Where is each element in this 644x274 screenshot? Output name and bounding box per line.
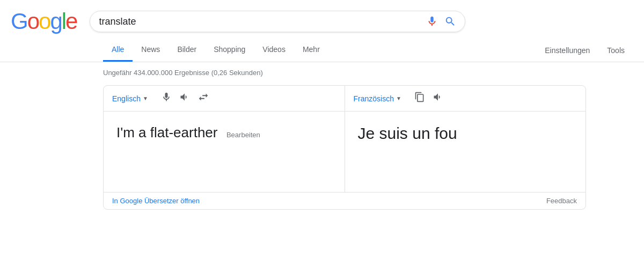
tab-shopping[interactable]: Shopping <box>205 39 254 62</box>
results-area: Ungefähr 434.000.000 Ergebnisse (0,26 Se… <box>0 62 644 210</box>
search-icon[interactable] <box>444 16 456 27</box>
tab-bilder[interactable]: Bilder <box>169 39 205 62</box>
tab-videos[interactable]: Videos <box>254 39 294 62</box>
swap-icon[interactable] <box>197 91 209 106</box>
header: Google translate <box>0 0 644 39</box>
target-panel: Französisch ▼ <box>345 86 586 192</box>
source-panel: Englisch ▼ <box>104 86 345 192</box>
target-panel-body: Je suis un fou <box>345 112 586 192</box>
source-mic-icon[interactable] <box>161 92 172 105</box>
translator-panels: Englisch ▼ <box>104 86 586 192</box>
mic-icon[interactable] <box>426 16 438 27</box>
edit-label[interactable]: Bearbeiten <box>226 131 260 139</box>
source-speaker-icon[interactable] <box>179 92 190 105</box>
source-panel-body: I'm a flat-earther Bearbeiten <box>104 112 345 192</box>
card-footer: In Google Übersetzer öffnen Feedback <box>104 192 586 209</box>
source-panel-icons <box>161 91 209 106</box>
tab-news[interactable]: News <box>133 39 169 62</box>
source-lang-label: Englisch <box>112 94 141 103</box>
target-lang-label: Französisch <box>354 94 394 103</box>
open-in-translator-link[interactable]: In Google Übersetzer öffnen <box>112 197 200 205</box>
source-panel-header: Englisch ▼ <box>104 86 345 112</box>
target-panel-header: Französisch ▼ <box>345 86 586 112</box>
tab-tools[interactable]: Tools <box>598 40 633 61</box>
tab-alle[interactable]: Alle <box>103 39 133 62</box>
search-bar: translate <box>90 11 465 32</box>
translator-card: Englisch ▼ <box>103 85 586 210</box>
feedback-label[interactable]: Feedback <box>546 197 577 205</box>
copy-icon[interactable] <box>414 92 425 105</box>
google-logo[interactable]: Google <box>11 9 77 34</box>
target-speaker-icon[interactable] <box>433 92 443 105</box>
search-input[interactable]: translate <box>99 16 420 27</box>
tab-einstellungen[interactable]: Einstellungen <box>536 40 598 61</box>
results-count: Ungefähr 434.000.000 Ergebnisse (0,26 Se… <box>103 69 644 77</box>
nav-tabs: Alle News Bilder Shopping Videos Mehr Ei… <box>0 39 644 62</box>
source-lang-arrow: ▼ <box>143 95 148 101</box>
translated-text: Je suis un fou <box>358 124 457 142</box>
nav-right: Einstellungen Tools <box>536 40 633 61</box>
target-lang-selector[interactable]: Französisch ▼ <box>354 94 401 103</box>
target-lang-arrow: ▼ <box>396 95 401 101</box>
tab-mehr[interactable]: Mehr <box>294 39 328 62</box>
source-text: I'm a flat-earther <box>116 124 217 140</box>
target-panel-icons <box>414 92 443 105</box>
source-lang-selector[interactable]: Englisch ▼ <box>112 94 148 103</box>
